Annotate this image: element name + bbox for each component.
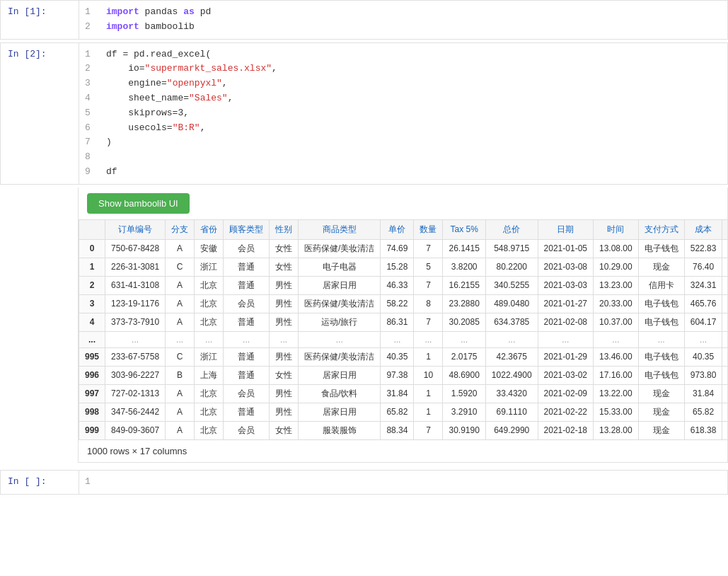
table-cell: 727-02-1313 bbox=[105, 384, 166, 403]
table-cell: A bbox=[166, 313, 195, 331]
row-index: 4 bbox=[79, 313, 105, 331]
cell-1-code[interactable]: 1 import pandas as pd 2 import bamboolib bbox=[79, 1, 727, 39]
table-cell: 33.4320 bbox=[485, 384, 538, 403]
table-cell: 医药保健/美妆清洁 bbox=[299, 294, 381, 313]
code-text: df bbox=[106, 165, 117, 180]
table-cell: 5 bbox=[414, 258, 443, 276]
table-cell: 2021-03-08 bbox=[538, 258, 593, 276]
table-cell: 17.16.00 bbox=[593, 366, 638, 384]
table-cell: ... bbox=[381, 331, 414, 347]
table-cell: 65.82 bbox=[684, 403, 722, 421]
row-index: 3 bbox=[79, 294, 105, 313]
cell-1-prompt: In [1]: bbox=[1, 1, 79, 39]
table-cell: 20.33.00 bbox=[593, 294, 638, 313]
table-cell: 340.5255 bbox=[485, 276, 538, 294]
table-cell: 347-56-2442 bbox=[105, 403, 166, 421]
table-cell: 会员 bbox=[224, 421, 270, 439]
table-cell: 13.08.00 bbox=[593, 239, 638, 258]
cell-1: In [1]: 1 import pandas as pd 2 import b… bbox=[0, 0, 728, 40]
table-cell: 4.761905 bbox=[722, 421, 727, 439]
notebook: In [1]: 1 import pandas as pd 2 import b… bbox=[0, 0, 728, 495]
row-index: 995 bbox=[79, 347, 105, 366]
table-cell: 10.37.00 bbox=[593, 313, 638, 331]
line-number: 7 bbox=[85, 135, 99, 150]
table-cell: 北京 bbox=[195, 313, 224, 331]
cell-2-code[interactable]: 1 df = pd.read_excel( 2 io="supermarkt_s… bbox=[79, 43, 727, 184]
table-cell: 40.35 bbox=[684, 347, 722, 366]
cell-2-prompt: In [2]: bbox=[1, 43, 79, 184]
table-cell: 普通 bbox=[224, 403, 270, 421]
code-line: 9 df bbox=[85, 165, 722, 180]
col-header-date: 日期 bbox=[538, 219, 593, 239]
code-line: 1 bbox=[85, 475, 722, 490]
table-cell: 373-73-7910 bbox=[105, 313, 166, 331]
table-cell: 电子钱包 bbox=[638, 366, 684, 384]
table-cell: 649.2990 bbox=[485, 421, 538, 439]
col-header-total: 总价 bbox=[485, 219, 538, 239]
table-cell: 10 bbox=[414, 366, 443, 384]
table-row: 3123-19-1176A北京会员男性医药保健/美妆清洁58.22823.288… bbox=[79, 294, 728, 313]
cell-2-output: Show bamboolib UI 订单编号 分支 省份 顾客类型 性别 商品类… bbox=[78, 188, 728, 463]
table-row: 995233-67-5758C浙江普通男性医药保健/美妆清洁40.3512.01… bbox=[79, 347, 728, 366]
table-cell: 618.38 bbox=[684, 421, 722, 439]
line-number: 3 bbox=[85, 76, 99, 91]
row-index: 999 bbox=[79, 421, 105, 439]
show-bamboolib-button[interactable]: Show bamboolib UI bbox=[87, 193, 190, 214]
table-row: 996303-96-2227B上海普通女性居家日用97.381048.69001… bbox=[79, 366, 728, 384]
table-cell: 15.33.00 bbox=[593, 403, 638, 421]
table-cell: 会员 bbox=[224, 294, 270, 313]
code-line: 2 io="supermarkt_sales.xlsx", bbox=[85, 62, 722, 76]
table-cell: 电子钱包 bbox=[638, 347, 684, 366]
table-cell: 31.84 bbox=[381, 384, 414, 403]
col-header-order: 订单编号 bbox=[105, 219, 166, 239]
table-cell: 女性 bbox=[270, 239, 299, 258]
table-cell: 849-09-3607 bbox=[105, 421, 166, 439]
line-number: 1 bbox=[85, 475, 99, 490]
table-cell: 226-31-3081 bbox=[105, 258, 166, 276]
table-cell: 居家日用 bbox=[299, 366, 381, 384]
empty-cell: In [ ]: 1 bbox=[0, 470, 728, 495]
table-cell: 普通 bbox=[224, 276, 270, 294]
empty-cell-input[interactable]: 1 bbox=[79, 471, 727, 494]
table-cell: 15.28 bbox=[381, 258, 414, 276]
table-cell: 30.2085 bbox=[443, 313, 485, 331]
row-index: 997 bbox=[79, 384, 105, 403]
table-cell: A bbox=[166, 403, 195, 421]
table-cell: 88.34 bbox=[381, 421, 414, 439]
table-row: 998347-56-2442A北京普通男性居家日用65.8213.291069.… bbox=[79, 403, 728, 421]
table-cell: 普通 bbox=[224, 347, 270, 366]
line-number: 1 bbox=[85, 5, 99, 20]
code-text: io="supermarkt_sales.xlsx", bbox=[106, 62, 277, 76]
line-number: 2 bbox=[85, 20, 99, 35]
table-cell: 2021-01-05 bbox=[538, 239, 593, 258]
table-row: 4373-73-7910A北京普通男性运动/旅行86.31730.2085634… bbox=[79, 313, 728, 331]
table-cell: 74.69 bbox=[381, 239, 414, 258]
code-line: 4 sheet_name="Sales", bbox=[85, 91, 722, 106]
table-cell: 男性 bbox=[270, 276, 299, 294]
table-cell: 631-41-3108 bbox=[105, 276, 166, 294]
table-cell: 86.31 bbox=[381, 313, 414, 331]
row-index: 998 bbox=[79, 403, 105, 421]
table-cell: 女性 bbox=[270, 366, 299, 384]
row-index: 2 bbox=[79, 276, 105, 294]
col-header-payment: 支付方式 bbox=[638, 219, 684, 239]
table-cell: 女性 bbox=[270, 421, 299, 439]
col-header-gender: 性别 bbox=[270, 219, 299, 239]
table-cell: 31.84 bbox=[684, 384, 722, 403]
table-cell: 634.3785 bbox=[485, 313, 538, 331]
table-cell: 北京 bbox=[195, 294, 224, 313]
table-cell: 58.22 bbox=[381, 294, 414, 313]
table-cell: 76.40 bbox=[684, 258, 722, 276]
table-cell: 2.0175 bbox=[443, 347, 485, 366]
table-cell: 电子钱包 bbox=[638, 239, 684, 258]
code-line: 3 engine="openpyxl", bbox=[85, 76, 722, 91]
table-cell: C bbox=[166, 258, 195, 276]
table-cell: 2021-02-09 bbox=[538, 384, 593, 403]
table-cell: 安徽 bbox=[195, 239, 224, 258]
col-header-tax: Tax 5% bbox=[443, 219, 485, 239]
code-line: 2 import bamboolib bbox=[85, 20, 722, 35]
table-row: 999849-09-3607A北京会员女性服装服饰88.34730.919064… bbox=[79, 421, 728, 439]
table-cell: 2021-02-22 bbox=[538, 403, 593, 421]
line-number: 1 bbox=[85, 47, 99, 62]
table-cell: A bbox=[166, 239, 195, 258]
